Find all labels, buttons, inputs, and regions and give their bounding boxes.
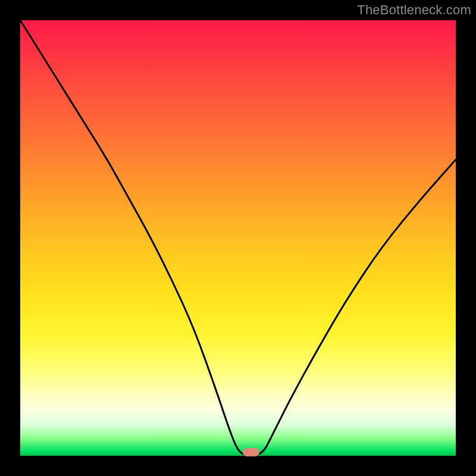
plot-area [20, 20, 456, 456]
curve-svg [20, 20, 456, 456]
optimum-marker [243, 448, 259, 456]
watermark-text: TheBottleneck.com [357, 2, 471, 18]
bottleneck-curve-path [20, 20, 456, 456]
chart-frame: TheBottleneck.com [0, 0, 476, 476]
